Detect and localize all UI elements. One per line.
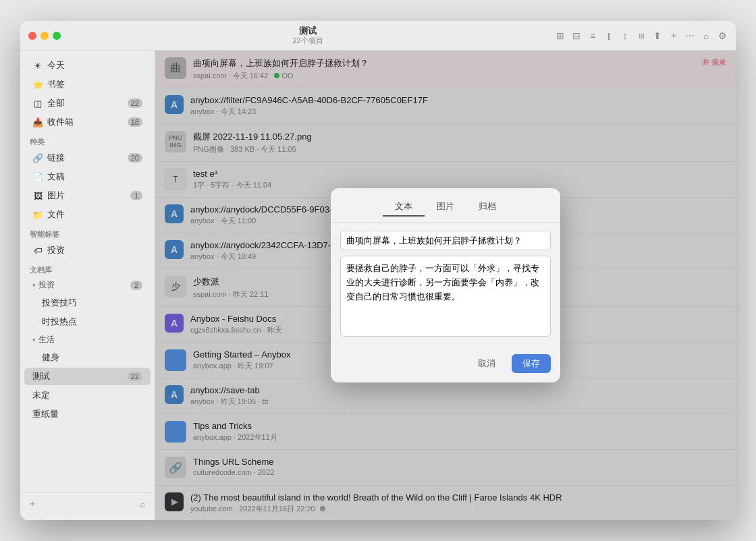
titlebar-title-area: 测试 22个项目 — [61, 26, 555, 45]
edit-modal: 文本 图片 归档 要拯救自己的脖子，一方面可以「外求」，寻找专业的大夫进行诊断，… — [331, 188, 560, 382]
sidebar-add-button[interactable]: ＋ — [27, 499, 38, 509]
group-invest-label: 投资 — [38, 279, 55, 291]
image-icon: 🖼 — [32, 190, 43, 201]
sidebar: ☀ 今天 ⭐ 书签 ◫ 全部 22 📥 收件箱 18 种类 🔗 链接 20 — [20, 51, 155, 520]
group-life-toggle[interactable]: ▾ 生活 — [24, 332, 151, 347]
today-icon: ☀ — [32, 60, 43, 71]
main-content: ☀ 今天 ⭐ 书签 ◫ 全部 22 📥 收件箱 18 种类 🔗 链接 20 — [20, 51, 736, 520]
tab-archive[interactable]: 归档 — [466, 198, 508, 217]
toolbar-icons: ⊞ ⊟ ≡ ⫿ ↕ ⧆ ⬆ ＋ ⋯ ⌕ ⚙ — [555, 30, 728, 41]
sidebar-item-file-label: 文件 — [47, 208, 65, 221]
sidebar-item-inbox[interactable]: 📥 收件箱 18 — [24, 113, 151, 131]
add-icon[interactable]: ＋ — [668, 30, 679, 41]
main-window: 测试 22个项目 ⊞ ⊟ ≡ ⫿ ↕ ⧆ ⬆ ＋ ⋯ ⌕ ⚙ ☀ 今天 ⭐ 书签 — [20, 21, 736, 520]
sidebar-item-invest-hotspot-label: 时投热点 — [42, 316, 77, 328]
kinds-header: 种类 — [20, 132, 155, 148]
smart-tags-header: 智能标签 — [20, 224, 155, 241]
sort-icon[interactable]: ↕ — [620, 30, 630, 41]
settings-icon[interactable]: ⚙ — [717, 30, 728, 41]
titlebar: 测试 22个项目 ⊞ ⊟ ≡ ⫿ ↕ ⧆ ⬆ ＋ ⋯ ⌕ ⚙ — [20, 21, 736, 51]
save-button[interactable]: 保存 — [512, 354, 551, 373]
sidebar-item-heavy-paper[interactable]: 重纸量 — [24, 405, 151, 423]
invest-smart-icon: 🏷 — [32, 245, 43, 256]
group-invest-badge: 2 — [130, 281, 142, 290]
maximize-button[interactable] — [53, 32, 61, 40]
sidebar-item-inbox-label: 收件箱 — [47, 116, 74, 128]
sidebar-item-image-label: 图片 — [47, 190, 65, 202]
inbox-icon: 📥 — [32, 117, 43, 127]
sidebar-item-invest-tips-label: 投资技巧 — [42, 297, 77, 309]
sidebar-item-undecided-label: 未定 — [32, 389, 50, 401]
modal-footer: 取消 保存 — [331, 347, 560, 382]
search-icon[interactable]: ⌕ — [701, 30, 711, 41]
sidebar-item-image[interactable]: 🖼 图片 1 — [24, 187, 151, 204]
sidebar-item-undecided[interactable]: 未定 — [24, 387, 151, 404]
window-subtitle: 22个项目 — [61, 36, 555, 45]
chevron-down-icon: ▾ — [32, 282, 36, 289]
sidebar-item-heavy-paper-label: 重纸量 — [32, 408, 59, 420]
sidebar-toggle-icon[interactable]: ⊞ — [555, 30, 566, 41]
text-icon: 📄 — [32, 171, 43, 182]
sidebar-item-test[interactable]: 测试 22 — [24, 368, 151, 385]
test-badge: 22 — [128, 372, 142, 381]
cancel-button[interactable]: 取消 — [467, 354, 506, 373]
link-badge: 20 — [128, 153, 142, 163]
window-title: 测试 — [61, 26, 555, 36]
sidebar-item-invest-smart-label: 投资 — [47, 244, 65, 256]
list-view-icon[interactable]: ≡ — [587, 30, 598, 41]
sidebar-item-all-label: 全部 — [47, 97, 65, 109]
minimize-button[interactable] — [40, 32, 49, 40]
modal-tabs: 文本 图片 归档 — [331, 188, 560, 223]
columns-view-icon[interactable]: ⫿ — [603, 30, 614, 41]
list-area: 曲 曲项向屏幕，上班族如何开启脖子拯救计划？ sspai.com · 今天 16… — [155, 51, 736, 520]
content-textarea[interactable]: 要拯救自己的脖子，一方面可以「外求」，寻找专业的大夫进行诊断，另一方面要学会「内… — [340, 256, 551, 337]
sidebar-item-link-label: 链接 — [47, 152, 65, 164]
title-input[interactable] — [340, 231, 551, 250]
group-invest-toggle[interactable]: ▾ 投资 2 — [24, 277, 151, 293]
traffic-lights — [28, 32, 61, 40]
sidebar-item-fitness-label: 健身 — [42, 351, 59, 364]
docs-header: 文档库 — [20, 260, 155, 277]
link-icon: 🔗 — [32, 152, 43, 163]
inbox-badge: 18 — [128, 117, 142, 127]
all-badge: 22 — [128, 98, 142, 108]
modal-overlay: 文本 图片 归档 要拯救自己的脖子，一方面可以「外求」，寻找专业的大夫进行诊断，… — [155, 51, 736, 520]
chevron-right-icon: ▾ — [32, 337, 36, 343]
filter-icon[interactable]: ⧆ — [636, 30, 647, 41]
tab-image[interactable]: 图片 — [425, 198, 466, 217]
sidebar-item-bookmark[interactable]: ⭐ 书签 — [24, 76, 151, 93]
bookmark-icon: ⭐ — [32, 79, 43, 90]
close-button[interactable] — [28, 32, 36, 40]
sidebar-item-text[interactable]: 📄 文稿 — [24, 168, 151, 186]
sidebar-item-link[interactable]: 🔗 链接 20 — [24, 149, 151, 167]
sidebar-search-button[interactable]: ⌕ — [137, 499, 148, 509]
sidebar-item-bookmark-label: 书签 — [47, 78, 65, 90]
group-life-label: 生活 — [38, 334, 55, 345]
sidebar-item-invest-hotspot[interactable]: 时投热点 — [24, 313, 151, 331]
sidebar-item-invest-smart[interactable]: 🏷 投资 — [24, 241, 151, 259]
sidebar-item-invest-tips[interactable]: 投资技巧 — [24, 294, 151, 312]
all-icon: ◫ — [32, 98, 43, 109]
sidebar-item-today-label: 今天 — [47, 59, 65, 72]
sidebar-item-test-label: 测试 — [32, 370, 50, 382]
modal-body: 要拯救自己的脖子，一方面可以「外求」，寻找专业的大夫进行诊断，另一方面要学会「内… — [331, 223, 560, 347]
sidebar-footer: ＋ ⌕ — [20, 492, 155, 515]
file-icon: 📁 — [32, 209, 43, 220]
sidebar-item-today[interactable]: ☀ 今天 — [24, 57, 151, 74]
share-icon[interactable]: ⬆ — [652, 30, 663, 41]
sidebar-item-text-label: 文稿 — [47, 171, 65, 183]
sidebar-item-fitness[interactable]: 健身 — [24, 349, 151, 366]
tab-text[interactable]: 文本 — [383, 198, 425, 217]
grid-view-icon[interactable]: ⊟ — [571, 30, 582, 41]
sidebar-item-file[interactable]: 📁 文件 — [24, 206, 151, 223]
sidebar-item-all[interactable]: ◫ 全部 22 — [24, 94, 151, 112]
more-icon[interactable]: ⋯ — [684, 30, 695, 41]
image-badge: 1 — [130, 191, 142, 200]
